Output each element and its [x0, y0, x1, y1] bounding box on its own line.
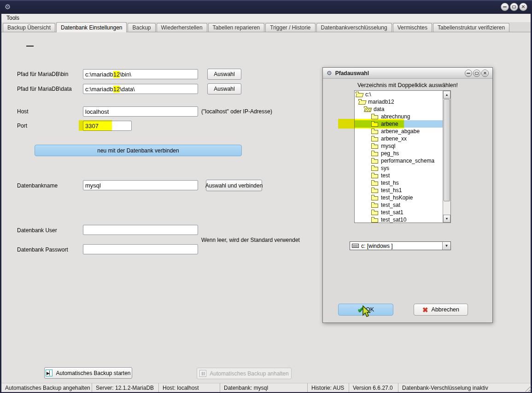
tab-backup-übersicht[interactable]: Backup Übersicht [3, 23, 55, 32]
app-gear-icon: ⚙ [5, 3, 11, 11]
folder-item-arbeneabgabe[interactable]: arbene_abgabe [355, 128, 444, 135]
folder-item-label: sys [381, 165, 389, 171]
folder-icon [371, 202, 379, 208]
start-backup-button[interactable]: ▶▏ Automatisches Backup starten [44, 367, 132, 379]
folder-item-arbene[interactable]: arbene [355, 120, 444, 128]
dbname-field[interactable]: mysql [83, 180, 198, 190]
tab-tabellenstruktur-verifizieren[interactable]: Tabellenstruktur verifizieren [433, 23, 509, 32]
folder-scrollbar[interactable]: ▲ ▼ [443, 91, 450, 223]
folder-icon [371, 165, 379, 171]
label-dbuser: Datenbank User [17, 227, 57, 234]
pfad-data-highlight: 12 [113, 86, 120, 93]
folder-item-testsat1[interactable]: test_sat1 [355, 209, 444, 216]
dialog-maximize-button[interactable] [473, 70, 480, 77]
auswahl-verbinden-button[interactable]: Auswahl und verbinden [206, 180, 262, 191]
folder-item-label: test_hs [381, 180, 399, 186]
status-panel-1: Server: 12.1.2-MariaDB [92, 383, 159, 392]
folder-item-label: mysql [381, 143, 395, 149]
pause-icon [199, 370, 206, 377]
folder-item-mysql[interactable]: mysql [355, 142, 444, 150]
menu-item-tools[interactable]: Tools [1, 14, 24, 22]
folder-item-label: test_sat10 [381, 217, 406, 223]
status-panel-5: Version 6.6.27.0 [349, 383, 398, 392]
stop-backup-button[interactable]: Automatisches Backup anhalten [197, 368, 292, 379]
folder-item-peghs[interactable]: peg_hs [355, 150, 444, 157]
folder-item-testhsKopie[interactable]: test_hsKopie [355, 194, 444, 201]
tab-trigger-historie[interactable]: Trigger / Historie [265, 23, 315, 32]
chevron-down-icon[interactable]: ▼ [442, 242, 450, 250]
title-bar[interactable]: ⚙ ✕ [0, 0, 532, 14]
folder-open-icon [364, 106, 371, 112]
folder-item-label: test_sat1 [381, 209, 403, 216]
close-icon: ✕ [483, 71, 487, 76]
dash-mark [26, 46, 34, 47]
folder-item-test[interactable]: test [355, 172, 444, 179]
folder-icon [371, 188, 379, 193]
red-x-icon: ✖ [422, 306, 428, 313]
pfad-bin-field[interactable]: c:\mariadb12\bin\ [83, 69, 198, 79]
mouse-cursor [362, 305, 373, 317]
folder-item-label: peg_hs [381, 150, 399, 157]
folder-item-performanceschema[interactable]: performance_schema [355, 157, 444, 164]
maximize-icon [475, 72, 479, 75]
drive-combo-value: c: [windows ] [361, 243, 393, 249]
tab-datenbankverschlüsselung[interactable]: Datenbankverschlüsselung [316, 23, 392, 32]
cancel-button[interactable]: ✖ Abbrechen [414, 304, 468, 316]
folder-open-icon [358, 99, 366, 105]
label-host: Host [17, 108, 29, 115]
scroll-down-icon[interactable]: ▼ [443, 215, 450, 223]
tab-wiederherstellen[interactable]: Wiederherstellen [157, 23, 207, 32]
dialog-title-bar[interactable]: ⚙ Pfadauswahl ✕ [323, 68, 492, 79]
drive-combobox[interactable]: c: [windows ] ▼ [350, 241, 451, 250]
folder-item-tesths[interactable]: test_hs [355, 179, 444, 187]
status-panel-3: Datenbank: mysql [220, 383, 308, 392]
pfad-bin-value: c:\mariadb [85, 71, 113, 78]
status-panel-4: Historie: AUS [308, 383, 349, 392]
folder-item-mariadb12[interactable]: mariadb12 [355, 98, 444, 106]
folder-item-label: test_hsKopie [381, 194, 413, 201]
dbuser-field[interactable] [83, 225, 198, 235]
dialog-instruction: Verzeichnis mit Doppelklick auswählen! [323, 82, 492, 88]
close-button[interactable]: ✕ [519, 3, 527, 11]
auswahl-data-button[interactable]: Auswahl [207, 83, 241, 94]
folder-item-arbenexx[interactable]: arbene_xx [355, 135, 444, 142]
auswahl-bin-button[interactable]: Auswahl [207, 69, 241, 80]
app-window: ⚙ ✕ Tools Backup ÜbersichtDatenbank Eins… [0, 0, 532, 393]
tab-datenbank-einstellungen[interactable]: Datenbank Einstellungen [56, 22, 127, 32]
minimize-button[interactable] [501, 3, 509, 11]
host-field[interactable]: localhost [83, 106, 198, 117]
start-backup-label: Automatisches Backup starten [56, 370, 130, 376]
drive-icon [352, 244, 359, 248]
folder-listbox[interactable]: c:\mariadb12dataabrechnungarbenearbene_a… [354, 90, 451, 223]
maximize-button[interactable] [510, 3, 518, 11]
folder-item-label: data [374, 106, 384, 112]
scrollbar-thumb[interactable] [444, 99, 450, 201]
cancel-label: Abbrechen [432, 306, 459, 313]
pfad-data-field[interactable]: c:\mariadb12\data\ [83, 84, 198, 94]
port-field[interactable]: 3307 [83, 121, 132, 131]
dialog-minimize-button[interactable] [465, 70, 472, 77]
minimize-icon [467, 73, 470, 74]
folder-icon [371, 210, 379, 215]
folder-item-testsat[interactable]: test_sat [355, 201, 444, 209]
tab-vermischtes[interactable]: Vermischtes [393, 23, 432, 32]
scroll-up-icon[interactable]: ▲ [443, 91, 450, 99]
standard-note: Wenn leer, wird der Standard verwendet [201, 237, 300, 243]
tab-tabellen-reparieren[interactable]: Tabellen reparieren [208, 23, 265, 32]
tab-backup[interactable]: Backup [128, 23, 155, 32]
folder-item-c[interactable]: c:\ [355, 91, 444, 98]
folder-item-testsat10[interactable]: test_sat10 [355, 216, 444, 223]
connect-button[interactable]: neu mit der Datenbank verbinden [35, 145, 242, 156]
host-note: ("localhost" oder IP-Adresse) [201, 108, 272, 115]
folder-item-tesths1[interactable]: test_hs1 [355, 187, 444, 194]
folder-rows: c:\mariadb12dataabrechnungarbenearbene_a… [355, 91, 450, 223]
status-panel-6: Datenbank-Verschlüsselung inaktiv [398, 383, 531, 392]
folder-item-abrechnung[interactable]: abrechnung [355, 113, 444, 120]
folder-item-sys[interactable]: sys [355, 164, 444, 172]
folder-icon [371, 121, 379, 127]
dbpass-field[interactable] [83, 244, 198, 254]
dialog-close-button[interactable]: ✕ [481, 70, 489, 77]
tab-bar: Backup ÜbersichtDatenbank EinstellungenB… [1, 22, 531, 32]
folder-item-data[interactable]: data [355, 106, 444, 113]
folder-item-label: test_sat [381, 202, 400, 208]
